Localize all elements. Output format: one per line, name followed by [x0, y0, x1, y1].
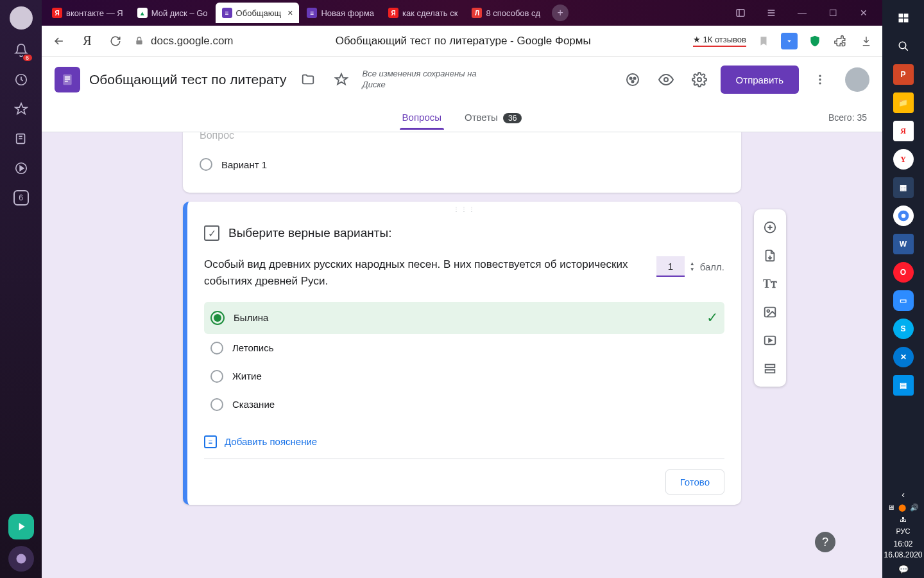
browser-sidebar: 6 6 — [0, 0, 42, 578]
music-button[interactable] — [8, 514, 34, 539]
browser-tab[interactable]: ≡Новая форма — [300, 3, 381, 23]
favicon-icon: Я — [388, 8, 398, 18]
downloads-icon[interactable] — [858, 33, 875, 49]
reviews-link[interactable]: ★ 1К отзывов — [693, 35, 746, 47]
back-button[interactable] — [49, 31, 69, 51]
new-tab-button[interactable]: + — [552, 4, 569, 21]
powerpoint-icon[interactable]: P — [893, 64, 914, 85]
points-box: ▲▼ балл. — [656, 256, 724, 277]
add-title-icon[interactable]: Tᴛ — [754, 270, 786, 298]
add-video-icon[interactable] — [754, 326, 786, 355]
svg-point-28 — [901, 214, 905, 218]
extensions-icon[interactable] — [832, 33, 849, 49]
close-window-button[interactable]: ✕ — [849, 3, 878, 23]
yandex-browser-icon[interactable]: Y — [893, 149, 914, 170]
points-stepper[interactable]: ▲▼ — [690, 261, 695, 272]
previous-question-card[interactable]: Вопрос Вариант 1 — [183, 132, 741, 193]
download-extension-icon[interactable] — [781, 33, 798, 49]
opera-icon[interactable]: O — [893, 262, 914, 283]
settings-icon[interactable] — [687, 67, 712, 92]
add-feedback-label: Добавить пояснение — [225, 436, 317, 447]
forms-logo-icon[interactable] — [55, 67, 80, 92]
tray-volume-icon[interactable]: 🔊 — [910, 504, 919, 512]
zoom-icon[interactable]: ▭ — [893, 290, 914, 311]
answer-option-label: Летопись — [232, 342, 274, 353]
profile-avatar[interactable] — [10, 6, 33, 30]
tab-label: вконтакте — Я — [66, 8, 123, 18]
user-avatar[interactable] — [845, 67, 869, 92]
radio-icon — [210, 311, 225, 325]
add-feedback-button[interactable]: ≡ Добавить пояснение — [187, 425, 741, 459]
tab-answers[interactable]: Ответы 36 — [462, 105, 524, 129]
explorer-icon[interactable]: 📁 — [893, 92, 914, 113]
shield-icon[interactable] — [807, 33, 823, 49]
browser-tab[interactable]: ≡Обобщающ× — [216, 3, 300, 23]
counter-icon[interactable]: 6 — [12, 189, 30, 207]
tab-close-icon[interactable]: × — [287, 8, 293, 18]
browser-tab[interactable]: ▲Мой диск – Go — [131, 3, 214, 23]
reload-button[interactable] — [106, 31, 125, 51]
yandex-logo-icon[interactable]: Я — [78, 31, 97, 51]
svg-point-15 — [819, 82, 821, 84]
play-icon[interactable] — [12, 159, 30, 177]
browser-tab[interactable]: Якак сделать ск — [382, 3, 464, 23]
tray-device-icon[interactable]: 🖥 — [887, 504, 894, 512]
answer-option[interactable]: Былина✓ — [204, 302, 724, 334]
more-icon[interactable] — [808, 67, 832, 92]
notifications-icon[interactable]: 6 — [12, 41, 30, 59]
app-icon-2[interactable]: ✕ — [893, 347, 914, 367]
drag-handle-icon[interactable]: ⋮⋮⋮ — [187, 202, 741, 213]
minimize-button[interactable]: — — [787, 3, 817, 23]
clock[interactable]: 16:02 16.08.2020 — [884, 539, 922, 561]
theme-icon[interactable] — [620, 67, 645, 92]
maximize-button[interactable]: ☐ — [818, 3, 848, 23]
send-button[interactable]: Отправить — [721, 66, 799, 94]
add-section-icon[interactable] — [754, 355, 786, 383]
action-center-icon[interactable]: 💬 — [898, 565, 909, 574]
tray-avast-icon[interactable]: ⬤ — [898, 504, 906, 512]
browser-tab[interactable]: Явконтакте — Я — [46, 3, 130, 23]
done-button[interactable]: Готово — [665, 469, 724, 495]
menu-icon[interactable] — [757, 3, 786, 23]
word-icon[interactable]: W — [893, 234, 914, 254]
prev-option-row[interactable]: Вариант 1 — [200, 153, 724, 176]
forms-header: Обобщающий тест по литерату Все изменени… — [42, 57, 882, 103]
svg-point-7 — [627, 74, 638, 85]
answer-option[interactable]: Сказание — [204, 390, 724, 419]
favicon-icon: ≡ — [222, 8, 232, 18]
star-icon[interactable] — [329, 67, 354, 92]
collections-icon[interactable] — [12, 130, 30, 148]
history-icon[interactable] — [12, 71, 30, 89]
skype-icon[interactable]: S — [893, 319, 914, 339]
browser-tab[interactable]: Л8 способов сд — [465, 3, 547, 23]
answer-option[interactable]: Житие — [204, 362, 724, 390]
prev-option-label: Вариант 1 — [221, 159, 267, 170]
preview-icon[interactable] — [654, 67, 678, 92]
url-zone[interactable]: docs.google.com Обобщающий тест по литер… — [134, 35, 746, 48]
form-title[interactable]: Обобщающий тест по литерату — [89, 72, 287, 87]
feedback-icon: ≡ — [204, 435, 217, 448]
bookmark-icon[interactable] — [755, 33, 772, 49]
app-icon-3[interactable]: ▤ — [893, 375, 914, 396]
add-image-icon[interactable] — [754, 298, 786, 326]
tray-network-icon[interactable]: 🖧 — [900, 516, 907, 523]
sidebar-toggle-icon[interactable] — [726, 3, 755, 23]
start-button[interactable] — [893, 8, 914, 28]
import-questions-icon[interactable] — [754, 241, 786, 270]
add-question-icon[interactable] — [754, 213, 786, 241]
lang-indicator[interactable]: РУС — [896, 527, 910, 535]
alice-button[interactable] — [8, 546, 34, 572]
points-input[interactable] — [656, 256, 685, 277]
app-icon-1[interactable]: ▦ — [893, 177, 914, 198]
chrome-icon[interactable] — [893, 206, 914, 226]
search-icon[interactable] — [893, 36, 914, 57]
form-canvas[interactable]: Вопрос Вариант 1 ⋮⋮⋮ ✓ Выберите верные в… — [42, 132, 882, 578]
folder-icon[interactable] — [296, 67, 320, 92]
answer-option[interactable]: Летопись — [204, 334, 724, 362]
page-title: Обобщающий тест по литературе - Google Ф… — [240, 35, 687, 48]
bookmarks-icon[interactable] — [12, 100, 30, 118]
help-button[interactable]: ? — [815, 532, 835, 552]
yandex-search-icon[interactable]: Я — [893, 121, 914, 141]
tray-chevron[interactable]: ‹ — [902, 489, 905, 500]
tab-questions[interactable]: Вопросы — [400, 105, 444, 129]
